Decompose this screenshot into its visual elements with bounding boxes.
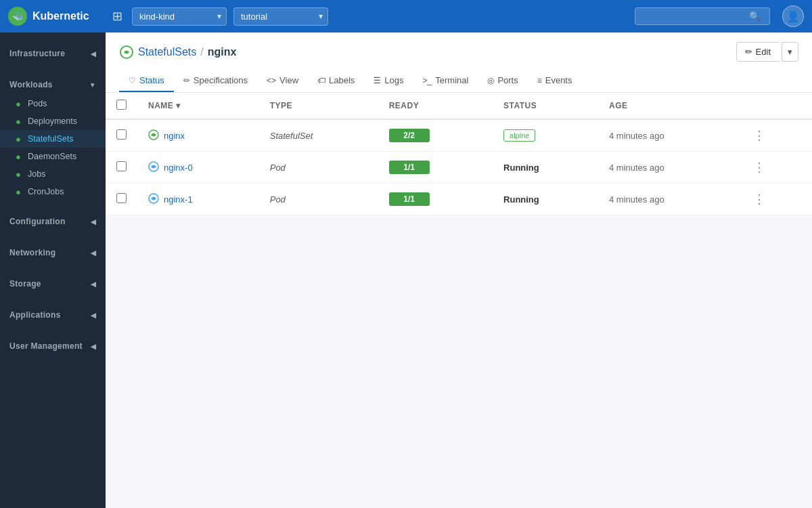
sidebar-group-networking[interactable]: Networking ◀ <box>0 242 106 263</box>
nginx-link[interactable]: nginx <box>164 131 185 141</box>
sidebar-section-networking: Networking ◀ <box>0 237 106 268</box>
tab-labels-label: Labels <box>329 75 355 85</box>
search-icon[interactable]: 🔍 <box>749 11 761 22</box>
sidebar-group-storage[interactable]: Storage ◀ <box>0 274 106 294</box>
specifications-tab-icon: ✏ <box>183 76 190 85</box>
sidebar-item-deployments[interactable]: ● Deployments <box>0 112 106 130</box>
table-row: nginx-0 Pod 1/1 Running 4 minutes ago ⋮ <box>106 152 812 184</box>
tab-status-label: Status <box>139 75 164 85</box>
sidebar-section-configuration: Configuration ◀ <box>0 206 106 237</box>
sidebar-group-configuration[interactable]: Configuration ◀ <box>0 211 106 232</box>
sidebar-group-applications[interactable]: Applications ◀ <box>0 305 106 325</box>
ready-bar-1: 2/2 <box>389 129 430 142</box>
cronjobs-icon: ● <box>14 187 23 196</box>
sidebar-item-jobs[interactable]: ● Jobs <box>0 165 106 183</box>
row-age-3: 4 minutes ago <box>598 184 740 215</box>
labels-tab-icon: 🏷 <box>317 76 325 85</box>
resources-table: NAME ▾ TYPE READY STATUS AGE <box>106 93 812 215</box>
sidebar-item-pods-label: Pods <box>28 99 47 108</box>
tab-specifications[interactable]: ✏ Specifications <box>174 70 257 92</box>
chevron-right-icon-4: ◀ <box>91 280 96 288</box>
row-status-2: Running <box>493 152 598 184</box>
sidebar-group-user-management-label: User Management <box>9 341 83 351</box>
tabs: ♡ Status ✏ Specifications <> View 🏷 Labe… <box>119 70 798 92</box>
ports-tab-icon: ◎ <box>487 76 494 85</box>
terminal-tab-icon: >_ <box>423 76 432 85</box>
edit-icon: ✏ <box>745 47 752 57</box>
search-input[interactable] <box>641 12 749 22</box>
sidebar-section-storage: Storage ◀ <box>0 268 106 299</box>
grid-icon[interactable]: ⊞ <box>110 6 125 26</box>
daemonsets-icon: ● <box>14 152 23 161</box>
tab-events[interactable]: ≡ Events <box>528 70 582 92</box>
select-all-header <box>106 93 137 119</box>
row-name-cell-3: nginx-1 <box>137 184 259 215</box>
row-actions-3: ⋮ <box>740 184 812 215</box>
sidebar-item-daemonsets[interactable]: ● DaemonSets <box>0 148 106 165</box>
row-actions-menu-1[interactable]: ⋮ <box>750 127 768 144</box>
chevron-right-icon-3: ◀ <box>91 249 96 257</box>
col-status: STATUS <box>493 93 598 119</box>
col-actions <box>740 93 812 119</box>
tab-view[interactable]: <> View <box>257 70 308 92</box>
breadcrumb-parent[interactable]: StatefulSets <box>138 46 196 58</box>
tab-labels[interactable]: 🏷 Labels <box>308 70 364 92</box>
sidebar-item-cronjobs[interactable]: ● CronJobs <box>0 183 106 200</box>
name-cell-3: nginx-1 <box>148 193 248 206</box>
status-running-2: Running <box>503 163 539 173</box>
row-checkbox-cell-2 <box>106 152 137 184</box>
status-badge-1: alpine <box>503 129 535 142</box>
user-menu[interactable]: 👤 <box>782 5 804 27</box>
edit-dropdown-button[interactable]: ▾ <box>782 42 798 62</box>
row-actions-2: ⋮ <box>740 152 812 184</box>
tab-logs[interactable]: ☰ Logs <box>364 70 413 92</box>
edit-button[interactable]: ✏ Edit <box>736 42 779 62</box>
search-bar: 🔍 <box>635 7 770 25</box>
sidebar-group-networking-label: Networking <box>9 248 55 257</box>
namespace-select[interactable]: tutorial <box>233 7 328 26</box>
row-checkbox-2[interactable] <box>116 161 127 171</box>
row-status-1: alpine <box>493 119 598 152</box>
brand-name: Kubernetic <box>32 10 89 22</box>
row-ready-3: 1/1 <box>378 184 493 215</box>
breadcrumb-separator: / <box>200 46 203 58</box>
sidebar-item-statefulsets[interactable]: ● StatefulSets <box>0 130 106 148</box>
row-age-1: 4 minutes ago <box>598 119 740 152</box>
tab-terminal-label: Terminal <box>435 75 468 85</box>
sidebar-section-infrastructure: Infrastructure ◀ <box>0 38 106 69</box>
sidebar-group-workloads[interactable]: Workloads ▼ <box>0 75 106 95</box>
cluster-select-wrapper: kind-kind <box>132 7 227 26</box>
row-actions-menu-3[interactable]: ⋮ <box>750 191 768 207</box>
sidebar-item-pods[interactable]: ● Pods <box>0 95 106 112</box>
sidebar-item-daemonsets-label: DaemonSets <box>28 152 76 161</box>
sidebar-group-user-management[interactable]: User Management ◀ <box>0 336 106 356</box>
nginx-statefulset-icon <box>148 129 159 142</box>
tab-status[interactable]: ♡ Status <box>119 70 174 92</box>
cluster-select[interactable]: kind-kind <box>132 7 227 26</box>
col-ready: READY <box>378 93 493 119</box>
nginx1-link[interactable]: nginx-1 <box>164 194 193 205</box>
tab-terminal[interactable]: >_ Terminal <box>413 70 478 92</box>
col-name[interactable]: NAME ▾ <box>137 93 259 119</box>
chevron-right-icon: ◀ <box>91 50 96 58</box>
statefulsets-icon: ● <box>14 134 23 144</box>
sidebar-group-workloads-label: Workloads <box>9 80 53 89</box>
select-all-checkbox[interactable] <box>116 100 127 110</box>
sidebar-section-user-management: User Management ◀ <box>0 331 106 362</box>
row-checkbox-1[interactable] <box>116 129 127 140</box>
content-header: StatefulSets / nginx ✏ Edit ▾ ♡ Status <box>106 33 812 93</box>
row-checkbox-3[interactable] <box>116 193 127 203</box>
view-tab-icon: <> <box>267 76 276 85</box>
row-checkbox-cell-3 <box>106 184 137 215</box>
sidebar-group-storage-label: Storage <box>9 279 41 289</box>
sidebar-group-infrastructure-label: Infrastructure <box>9 49 65 58</box>
sidebar-section-applications: Applications ◀ <box>0 299 106 331</box>
sidebar-group-infrastructure[interactable]: Infrastructure ◀ <box>0 43 106 64</box>
tab-ports[interactable]: ◎ Ports <box>478 70 527 92</box>
name-cell-2: nginx-0 <box>148 161 248 174</box>
nginx0-link[interactable]: nginx-0 <box>164 163 193 173</box>
breadcrumb: StatefulSets / nginx <box>119 45 236 60</box>
row-actions-menu-2[interactable]: ⋮ <box>750 159 768 175</box>
row-ready-1: 2/2 <box>378 119 493 152</box>
ready-bar-2: 1/1 <box>389 161 430 174</box>
